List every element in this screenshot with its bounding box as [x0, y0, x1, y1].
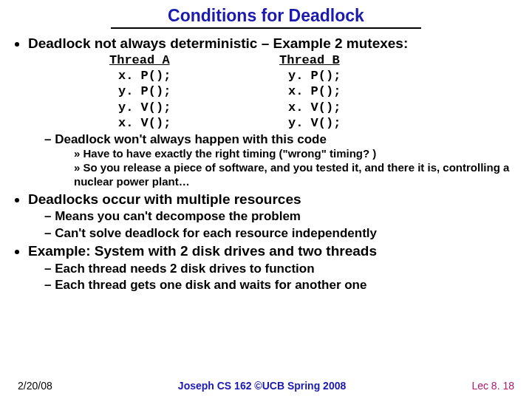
bullet-3: Example: System with 2 disk drives and t… [28, 242, 517, 293]
sub-list-3: Each thread needs 2 disk drives to funct… [28, 261, 517, 293]
thread-a-line-4: x. V(); [109, 115, 279, 131]
thread-a-line-2: y. P(); [109, 83, 279, 99]
thread-b-line-3: x. V(); [279, 100, 449, 115]
bullet-3-text: Example: System with 2 disk drives and t… [28, 243, 377, 259]
title-underline [111, 27, 421, 29]
thread-a-title: Thread A [109, 52, 279, 68]
sub-3a: Each thread needs 2 disk drives to funct… [44, 261, 517, 276]
bullet-1-text: Deadlock not always deterministic – Exam… [28, 35, 408, 51]
sub-2a: Means you can't decompose the problem [44, 208, 517, 224]
thread-b-line-4: y. V(); [279, 115, 449, 131]
bullet-2: Deadlocks occur with multiple resources … [28, 191, 517, 241]
thread-a-line-1: x. P(); [109, 68, 279, 83]
bullet-1: Deadlock not always deterministic – Exam… [28, 35, 517, 189]
footer-course: Joseph CS 162 ©UCB Spring 2008 [178, 380, 346, 392]
sub-list-2: Means you can't decompose the problem Ca… [28, 208, 517, 241]
subsub-1: Have to have exactly the right timing ("… [74, 147, 517, 161]
thread-b-line-1: y. P(); [279, 68, 449, 83]
thread-b-col: Thread B y. P(); x. P(); x. V(); y. V(); [279, 52, 449, 131]
sub-1-text: Deadlock won't always happen with this c… [55, 132, 327, 146]
subsub-list-1: Have to have exactly the right timing ("… [44, 147, 517, 188]
sub-list-1: Deadlock won't always happen with this c… [28, 132, 517, 189]
code-example: Thread A x. P(); y. P(); y. V(); x. V();… [109, 52, 517, 131]
thread-b-title: Thread B [279, 52, 449, 68]
sub-1: Deadlock won't always happen with this c… [44, 132, 517, 189]
slide-title: Conditions for Deadlock [15, 6, 517, 26]
thread-a-line-3: y. V(); [109, 100, 279, 115]
footer: 2/20/08 Joseph CS 162 ©UCB Spring 2008 L… [0, 380, 532, 392]
sub-2b: Can't solve deadlock for each resource i… [44, 225, 517, 241]
slide: Conditions for Deadlock Deadlock not alw… [0, 0, 532, 399]
subsub-2: So you release a piece of software, and … [74, 161, 517, 189]
footer-lecture: Lec 8. 18 [471, 380, 514, 392]
bullet-list: Deadlock not always deterministic – Exam… [15, 35, 517, 293]
thread-b-line-2: x. P(); [279, 83, 449, 99]
sub-3b: Each thread gets one disk and waits for … [44, 277, 517, 293]
thread-a-col: Thread A x. P(); y. P(); y. V(); x. V(); [109, 52, 279, 131]
bullet-2-text: Deadlocks occur with multiple resources [28, 191, 301, 207]
footer-date: 2/20/08 [18, 380, 52, 392]
